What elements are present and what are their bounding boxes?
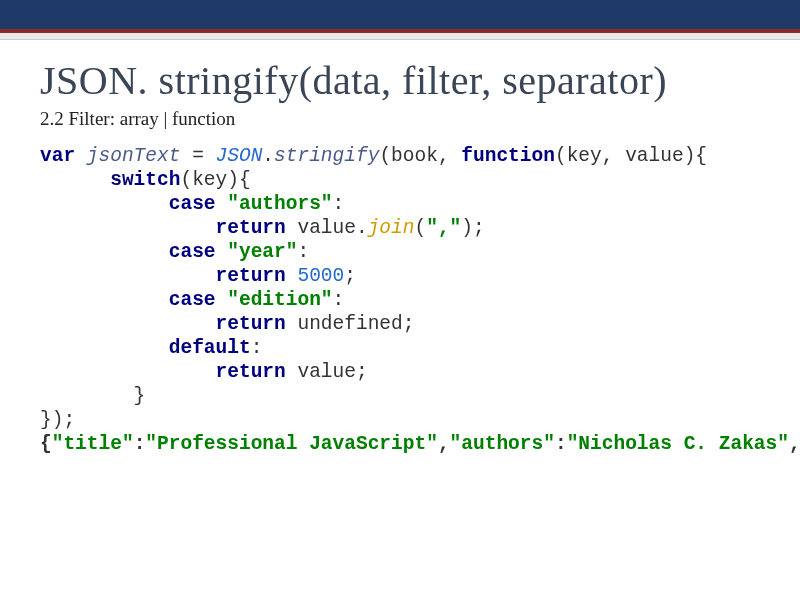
out-comma-1: , xyxy=(438,433,450,455)
string-authors: "authors" xyxy=(227,193,332,215)
string-year: "year" xyxy=(227,241,297,263)
text-params: (key, value){ xyxy=(555,145,707,167)
method-join: join xyxy=(368,217,415,239)
text-valuedot: value. xyxy=(286,217,368,239)
text-colon-3: : xyxy=(333,289,345,311)
text-colon-2: : xyxy=(297,241,309,263)
text-closebrace: } xyxy=(40,385,145,407)
out-comma-2: , xyxy=(789,433,800,455)
string-comma: "," xyxy=(426,217,461,239)
text-semi-1: ; xyxy=(344,265,356,287)
text-joinopen: ( xyxy=(414,217,426,239)
type-json: JSON xyxy=(216,145,263,167)
keyword-return-4: return xyxy=(216,361,286,383)
text-dot: . xyxy=(262,145,274,167)
keyword-case-1: case xyxy=(169,193,216,215)
slide-title: JSON. stringify(data, filter, separator) xyxy=(40,58,760,104)
text-joinclose: ); xyxy=(461,217,484,239)
code-block: var jsonText = JSON.stringify(book, func… xyxy=(40,144,760,456)
slide-subtitle: 2.2 Filter: array | function xyxy=(40,108,760,130)
text-open: (book, xyxy=(379,145,461,167)
text-undefined: undefined; xyxy=(286,313,415,335)
keyword-default: default xyxy=(169,337,251,359)
header-bar-dark xyxy=(0,0,800,29)
keyword-case-2: case xyxy=(169,241,216,263)
keyword-var: var xyxy=(40,145,75,167)
text-colon-1: : xyxy=(333,193,345,215)
text-eq: = xyxy=(180,145,215,167)
out-title-key: "title" xyxy=(52,433,134,455)
keyword-case-3: case xyxy=(169,289,216,311)
out-colon-2: : xyxy=(555,433,567,455)
output-line: {"title":"Professional JavaScript","auth… xyxy=(40,433,800,455)
keyword-return-2: return xyxy=(216,265,286,287)
method-stringify: stringify xyxy=(274,145,379,167)
text-colon-4: : xyxy=(251,337,263,359)
out-colon-1: : xyxy=(134,433,146,455)
text-closeall: }); xyxy=(40,409,75,431)
identifier-jsonText: jsonText xyxy=(87,145,181,167)
text-switcharg: (key){ xyxy=(180,169,250,191)
header-bar-light xyxy=(0,33,800,40)
string-edition: "edition" xyxy=(227,289,332,311)
out-authors-key: "authors" xyxy=(450,433,555,455)
number-5000: 5000 xyxy=(297,265,344,287)
out-title-val: "Professional JavaScript" xyxy=(145,433,438,455)
out-open: { xyxy=(40,433,52,455)
keyword-return-1: return xyxy=(216,217,286,239)
out-authors-val: "Nicholas C. Zakas" xyxy=(567,433,789,455)
slide-content: JSON. stringify(data, filter, separator)… xyxy=(0,40,800,456)
keyword-function: function xyxy=(461,145,555,167)
text-value: value; xyxy=(286,361,368,383)
keyword-return-3: return xyxy=(216,313,286,335)
keyword-switch: switch xyxy=(110,169,180,191)
